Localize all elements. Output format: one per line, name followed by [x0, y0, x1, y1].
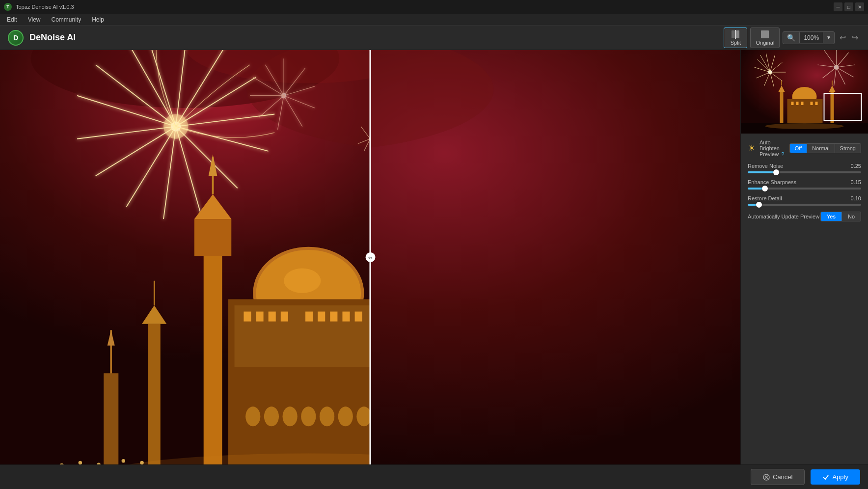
auto-brighten-section: ☀ Auto Brighten Preview ? Off Normal Str…	[748, 139, 861, 157]
app-logo: D	[8, 30, 24, 46]
remove-noise-thumb[interactable]	[773, 169, 779, 175]
menu-view[interactable]: View	[23, 15, 46, 24]
restore-detail-label: Restore Detail	[748, 195, 782, 201]
canvas-area[interactable]: ⇔	[0, 50, 740, 464]
cancel-label: Cancel	[773, 473, 792, 481]
remove-noise-track[interactable]	[748, 171, 861, 173]
minimize-button[interactable]: ─	[834, 2, 842, 11]
apply-icon	[822, 474, 829, 481]
restore-detail-value: 0.10	[851, 195, 861, 201]
controls-area: ☀ Auto Brighten Preview ? Off Normal Str…	[741, 134, 868, 464]
enhance-sharpness-track[interactable]	[748, 188, 861, 190]
svg-point-73	[338, 407, 353, 426]
svg-rect-196	[815, 102, 818, 105]
zoom-dropdown[interactable]: ▼	[823, 33, 834, 42]
auto-update-label: Automatically Update Preview	[748, 214, 819, 219]
undo-button[interactable]: ↩	[838, 31, 848, 44]
svg-rect-192	[791, 102, 794, 105]
svg-rect-64	[318, 312, 325, 322]
auto-brighten-buttons: Off Normal Strong	[789, 143, 861, 153]
svg-rect-67	[355, 312, 362, 322]
app-icon: T	[4, 3, 12, 11]
auto-update-toggle: Yes No	[820, 212, 861, 221]
svg-rect-3	[761, 30, 769, 38]
image-left	[0, 50, 370, 464]
split-label: Split	[731, 40, 741, 46]
maximize-button[interactable]: □	[844, 2, 853, 11]
titlebar: T Topaz Denoise AI v1.0.3 ─ □ ✕	[0, 0, 868, 14]
svg-point-46	[284, 269, 321, 293]
au-yes-button[interactable]: Yes	[821, 212, 842, 221]
svg-rect-60	[256, 312, 264, 322]
restore-detail-thumb[interactable]	[756, 202, 762, 208]
ab-normal-button[interactable]: Normal	[807, 144, 835, 153]
apply-button[interactable]: Apply	[811, 469, 860, 485]
apply-label: Apply	[832, 473, 848, 481]
auto-update-section: Automatically Update Preview Yes No	[748, 212, 861, 221]
menu-help[interactable]: Help	[87, 15, 109, 24]
au-no-button[interactable]: No	[842, 212, 861, 221]
svg-rect-59	[244, 312, 251, 322]
ab-off-button[interactable]: Off	[790, 144, 807, 153]
svg-point-71	[301, 407, 316, 426]
thumbnail-image	[741, 50, 868, 134]
enhance-sharpness-thumb[interactable]	[762, 186, 768, 191]
svg-rect-63	[305, 312, 313, 322]
svg-rect-194	[801, 102, 804, 105]
restore-detail-header: Restore Detail 0.10	[748, 195, 861, 201]
app-title: DeNoise AI	[29, 32, 76, 43]
original-button[interactable]: Original	[750, 27, 780, 48]
svg-rect-193	[796, 102, 799, 105]
undo-redo: ↩ ↪	[838, 31, 860, 44]
main-content: ⇔	[0, 50, 868, 464]
remove-noise-fill	[748, 171, 776, 173]
close-button[interactable]: ✕	[855, 2, 864, 11]
split-container: ⇔	[0, 50, 740, 464]
remove-noise-header: Remove Noise 0.25	[748, 163, 861, 169]
enhance-sharpness-label: Enhance Sharpness	[748, 179, 796, 185]
zoom-display: 100%	[799, 32, 823, 43]
split-line[interactable]: ⇔	[370, 50, 371, 464]
image-right	[370, 50, 740, 464]
svg-point-94	[122, 459, 126, 463]
split-handle[interactable]: ⇔	[365, 252, 375, 262]
thumbnail-area	[741, 50, 868, 134]
redo-button[interactable]: ↪	[850, 31, 860, 44]
svg-rect-62	[281, 312, 288, 322]
window-controls: ─ □ ✕	[834, 2, 864, 11]
right-panel: ☀ Auto Brighten Preview ? Off Normal Str…	[740, 50, 868, 464]
enhance-sharpness-value: 0.15	[851, 179, 861, 185]
cancel-button[interactable]: Cancel	[751, 469, 805, 485]
svg-point-70	[283, 407, 298, 426]
app-header: D DeNoise AI Split Original 🔍 100% ▼ ↩ ↪	[0, 26, 868, 50]
svg-rect-0	[732, 30, 735, 38]
restore-detail-track[interactable]	[748, 204, 861, 206]
svg-point-68	[245, 407, 260, 426]
sun-icon: ☀	[748, 143, 756, 154]
enhance-sharpness-header: Enhance Sharpness 0.15	[748, 179, 861, 185]
svg-rect-83	[104, 373, 118, 464]
menu-edit[interactable]: Edit	[2, 15, 22, 24]
cancel-icon	[763, 474, 770, 481]
svg-rect-195	[811, 102, 813, 105]
bottom-bar: Cancel Apply	[0, 464, 868, 489]
svg-point-198	[765, 123, 844, 129]
svg-rect-48	[194, 219, 231, 256]
remove-noise-value: 0.25	[851, 163, 861, 169]
svg-rect-66	[342, 312, 350, 322]
svg-rect-75	[148, 324, 161, 464]
menu-community[interactable]: Community	[46, 15, 86, 24]
window-title: Topaz Denoise AI v1.0.3	[16, 4, 830, 10]
zoom-icon: 🔍	[783, 32, 799, 44]
svg-rect-65	[330, 312, 337, 322]
auto-brighten-label: Auto Brighten Preview ?	[760, 139, 786, 157]
svg-rect-1	[736, 30, 739, 38]
menubar: Edit View Community Help	[0, 14, 868, 26]
svg-point-72	[320, 407, 334, 426]
svg-point-95	[140, 461, 144, 464]
ab-strong-button[interactable]: Strong	[835, 144, 861, 153]
help-icon[interactable]: ?	[780, 151, 784, 157]
remove-noise-label: Remove Noise	[748, 163, 783, 169]
split-button[interactable]: Split	[724, 27, 747, 48]
zoom-control: 🔍 100% ▼	[783, 31, 835, 44]
